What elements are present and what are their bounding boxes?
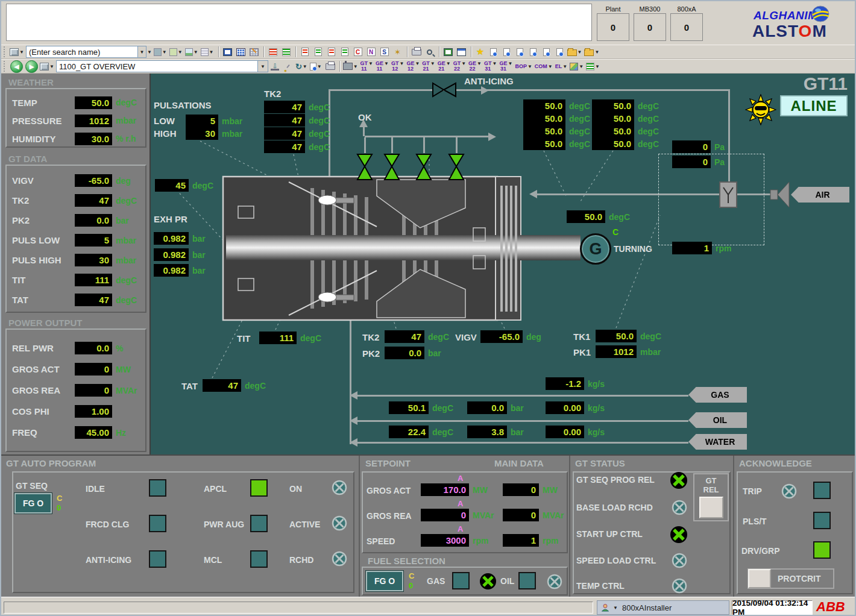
favorites-star-icon[interactable]: [474, 46, 486, 58]
toolbar-grip[interactable]: [4, 46, 6, 57]
navtab-ge21[interactable]: GE21▼: [438, 61, 452, 72]
object-cube-icon[interactable]: ▼: [10, 46, 25, 58]
aspect-doc-3-icon[interactable]: [514, 46, 526, 58]
aspect-doc-5-icon[interactable]: [541, 46, 553, 58]
reference-icon[interactable]: ▼: [154, 46, 168, 58]
navtab-ge12[interactable]: GE12▼: [406, 61, 421, 72]
folder-1-icon[interactable]: ▼: [567, 46, 584, 58]
counter-mb300[interactable]: 0: [634, 13, 666, 41]
protcrit-button[interactable]: [748, 569, 771, 588]
user-menu[interactable]: ▼ 800xAInstaller: [597, 600, 729, 615]
counter-800xa[interactable]: 0: [670, 13, 703, 41]
aspect-link-icon[interactable]: ▼: [169, 46, 184, 58]
counter-plant[interactable]: 0: [597, 13, 629, 41]
toolbar-grip[interactable]: [4, 61, 6, 72]
navtab-gt31[interactable]: GT31▼: [484, 61, 498, 72]
generator-icon[interactable]: G: [580, 233, 611, 265]
navtab-ge22[interactable]: GE22▼: [468, 61, 483, 72]
forward-button[interactable]: [25, 60, 38, 73]
map-icon[interactable]: ▼: [570, 60, 585, 72]
plst-ack-box[interactable]: [813, 512, 831, 529]
query-edit-icon[interactable]: [248, 46, 260, 58]
air-tag[interactable]: AIR: [791, 187, 849, 203]
mcl-state-box[interactable]: [250, 550, 268, 568]
alarm-page-red-2-icon[interactable]: [326, 46, 338, 58]
event-list-icon[interactable]: [280, 46, 292, 58]
pwr-aug-state-box[interactable]: [250, 515, 268, 532]
property-grid-icon[interactable]: ▼: [201, 46, 215, 58]
list-icon[interactable]: ▼: [586, 60, 601, 72]
navtab-com[interactable]: COM▼: [535, 64, 554, 69]
aspect-doc-1-icon[interactable]: [488, 46, 500, 58]
fuel-valve-1-icon[interactable]: [356, 153, 373, 181]
fuel-fgo-button[interactable]: FG O: [366, 571, 403, 591]
search-field[interactable]: [27, 48, 137, 57]
alarm-page-green-2-icon[interactable]: [339, 46, 351, 58]
navtab-gt22[interactable]: GT22▼: [453, 61, 467, 72]
back-button[interactable]: [10, 60, 23, 73]
search-input[interactable]: ▼: [26, 46, 146, 58]
plant-icon[interactable]: ▼: [343, 60, 359, 72]
export-doc-icon[interactable]: [442, 46, 455, 58]
search-magnifier-icon[interactable]: [424, 46, 436, 58]
aspect-doc-2-icon[interactable]: [501, 46, 513, 58]
gt-seq-fgo-button[interactable]: FG O: [14, 493, 52, 514]
fit-window-icon[interactable]: [222, 46, 234, 58]
fuel-oil-state-box[interactable]: [518, 572, 536, 589]
gas-turbine-illustration[interactable]: [221, 175, 583, 322]
refresh-icon[interactable]: ▼: [295, 60, 309, 72]
display-selector[interactable]: ▼: [56, 60, 268, 72]
display-name-field[interactable]: [57, 62, 257, 71]
navtab-gt21[interactable]: GT21▼: [422, 61, 436, 72]
oil-tag[interactable]: OIL: [688, 412, 747, 428]
trend-icon[interactable]: ▼: [185, 46, 200, 58]
anti-icing-state-box[interactable]: [149, 550, 166, 568]
frcd-clg-state-box[interactable]: [149, 515, 166, 532]
air-filter-icon[interactable]: [719, 181, 737, 208]
aline-status-badge[interactable]: ALINE: [780, 95, 848, 116]
gt-rel-button[interactable]: [699, 497, 723, 518]
navtab-el[interactable]: EL▼: [555, 64, 568, 69]
navtab-gt12[interactable]: GT12▼: [391, 61, 405, 72]
trip-ack-box[interactable]: [813, 482, 831, 499]
import-icon[interactable]: [269, 60, 281, 72]
pin-icon[interactable]: [282, 60, 294, 72]
aspect-doc-6-icon[interactable]: [554, 46, 566, 58]
drvgrp-ack-box[interactable]: [813, 541, 831, 559]
speed-setpoint[interactable]: 3000: [421, 534, 469, 547]
aspect-menu-icon[interactable]: ▼: [310, 60, 323, 72]
idle-state-box[interactable]: [149, 479, 166, 497]
folder-2-icon[interactable]: ▼: [584, 46, 600, 58]
aspect-doc-4-icon[interactable]: [527, 46, 540, 58]
navtab-ge11[interactable]: GE11▼: [376, 61, 390, 72]
letter-c-icon[interactable]: C: [352, 46, 364, 58]
window-icon[interactable]: [456, 46, 468, 58]
anti-icing-valve-icon[interactable]: [432, 82, 457, 98]
gros-act-setpoint[interactable]: 170.0: [421, 483, 469, 496]
navtab-bop[interactable]: BOP▼: [515, 64, 533, 69]
fuel-valve-3-icon[interactable]: [415, 153, 432, 181]
fuel-valve-2-icon[interactable]: [383, 153, 400, 181]
alarm-bell-icon[interactable]: [392, 46, 404, 58]
search-dropdown-icon[interactable]: ▼: [137, 46, 146, 57]
navtab-gt11[interactable]: GT11▼: [360, 61, 374, 72]
alarm-page-red-1-icon[interactable]: [299, 46, 311, 58]
display-dropdown-icon[interactable]: ▼: [257, 61, 268, 72]
apcl-state-box[interactable]: [250, 479, 268, 497]
print-icon[interactable]: [411, 46, 423, 58]
search-history-icon[interactable]: ▼: [147, 49, 152, 55]
alarm-page-green-1-icon[interactable]: [312, 46, 324, 58]
fuel-valve-4-icon[interactable]: [448, 153, 465, 181]
gas-tag[interactable]: GAS: [688, 387, 747, 403]
navtab-ge31[interactable]: GE31▼: [499, 61, 514, 72]
letter-n-icon[interactable]: N: [365, 46, 377, 58]
letter-s-icon[interactable]: S: [379, 46, 391, 58]
alarm-list-icon[interactable]: [267, 46, 279, 58]
gros-rea-setpoint[interactable]: 0: [421, 509, 469, 521]
object-cube-icon[interactable]: ▼: [40, 60, 55, 72]
print-icon[interactable]: [324, 60, 336, 72]
fuel-gas-state-box[interactable]: [452, 572, 470, 589]
table-icon[interactable]: [235, 46, 247, 58]
user-dropdown-icon[interactable]: ▼: [613, 605, 618, 611]
water-tag[interactable]: WATER: [688, 434, 747, 450]
